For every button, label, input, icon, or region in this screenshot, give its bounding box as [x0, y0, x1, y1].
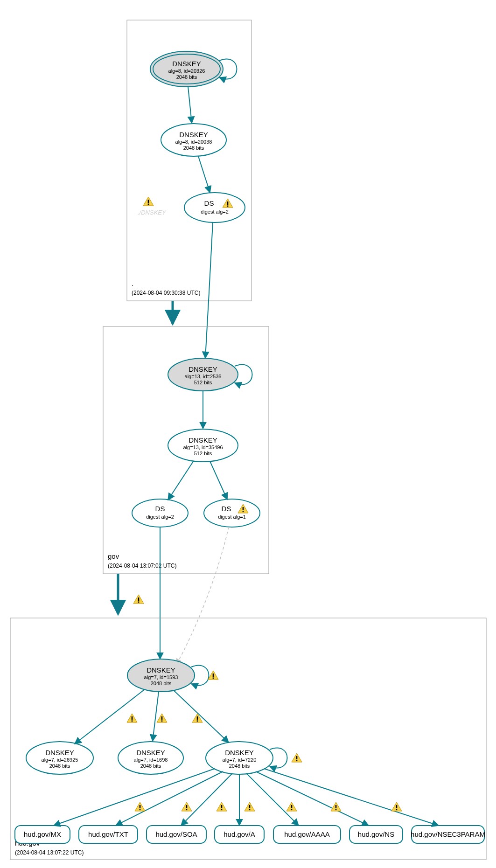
warn-a: [217, 802, 227, 811]
warn-soa: [182, 802, 192, 811]
edge-k3-aaaa: [246, 773, 299, 826]
node-rr-txt: hud.gov/TXT: [79, 826, 138, 843]
node-gov-ksk: DNSKEY alg=13, id=2536 512 bits: [168, 358, 238, 391]
edge-k3-soa: [181, 773, 232, 826]
svg-text:512 bits: 512 bits: [194, 380, 212, 385]
svg-text:DS: DS: [155, 505, 165, 513]
svg-text:DNSKEY: DNSKEY: [45, 749, 74, 757]
svg-text:2048 bits: 2048 bits: [176, 74, 197, 80]
svg-text:hud.gov/A: hud.gov/A: [224, 830, 255, 838]
svg-text:hud.gov/NSEC3PARAM: hud.gov/NSEC3PARAM: [411, 830, 485, 838]
svg-text:alg=7, id=1593: alg=7, id=1593: [144, 674, 178, 680]
svg-text:DNSKEY: DNSKEY: [179, 131, 208, 139]
svg-text:alg=8, id=20326: alg=8, id=20326: [168, 68, 205, 74]
svg-text:2048 bits: 2048 bits: [183, 145, 204, 151]
node-rr-a: hud.gov/A: [215, 826, 264, 843]
svg-text:hud.gov/TXT: hud.gov/TXT: [88, 830, 128, 838]
warn-hud-k3-self: [292, 753, 302, 762]
svg-text:hud.gov/AAAA: hud.gov/AAAA: [284, 830, 330, 838]
svg-text:hud.gov/NS: hud.gov/NS: [358, 830, 394, 838]
zone-label-gov: gov: [108, 552, 119, 560]
svg-text:2048 bits: 2048 bits: [140, 763, 161, 769]
warn-aaaa: [286, 802, 297, 811]
node-root-ksk: DNSKEY alg=8, id=20326 2048 bits: [150, 51, 223, 87]
svg-text:alg=7, id=7220: alg=7, id=7220: [223, 757, 257, 763]
svg-text:2048 bits: 2048 bits: [229, 763, 250, 769]
warn-delegation: [133, 595, 144, 604]
svg-text:digest alg=2: digest alg=2: [146, 514, 174, 520]
edge-root-ksk-to-zsk: [188, 87, 192, 123]
node-rr-soa: hud.gov/SOA: [147, 826, 206, 843]
edge-gov-zsk-to-ds2: [210, 461, 227, 500]
svg-text:DS: DS: [204, 199, 214, 207]
node-rr-mx: hud.gov/MX: [15, 826, 70, 843]
svg-text:DNSKEY: DNSKEY: [189, 365, 217, 373]
node-hud-k1: DNSKEY alg=7, id=26925 2048 bits: [26, 742, 93, 774]
node-gov-ds2: DS digest alg=1: [204, 499, 260, 527]
svg-text:hud.gov/MX: hud.gov/MX: [24, 830, 61, 838]
svg-text:DNSKEY: DNSKEY: [147, 666, 175, 674]
edge-root-ds-to-gov-ksk: [205, 222, 213, 358]
svg-text:alg=8, id=20038: alg=8, id=20038: [175, 139, 212, 145]
svg-point-27: [204, 499, 260, 527]
svg-text:DS: DS: [222, 505, 231, 513]
warn-k3: [192, 714, 203, 722]
svg-text:./DNSKEY: ./DNSKEY: [138, 209, 167, 216]
node-hud-k3: DNSKEY alg=7, id=7220 2048 bits: [206, 742, 273, 774]
dnsviz-graph: . (2024-08-04 09:30:38 UTC) DNSKEY alg=8…: [0, 0, 496, 868]
node-rr-aaaa: hud.gov/AAAA: [273, 826, 341, 843]
zone-time-gov: (2024-08-04 13:07:02 UTC): [108, 562, 176, 569]
edge-gov-zsk-to-ds1: [168, 461, 194, 500]
svg-text:alg=13, id=2536: alg=13, id=2536: [185, 374, 222, 379]
edge-hud-ksk-k2: [153, 692, 159, 741]
svg-point-24: [132, 499, 188, 527]
svg-point-13: [184, 193, 245, 222]
node-hud-k2: DNSKEY alg=7, id=1698 2048 bits: [118, 742, 183, 774]
node-gov-zsk: DNSKEY alg=13, id=35496 512 bits: [168, 429, 238, 462]
svg-text:2048 bits: 2048 bits: [151, 681, 172, 686]
svg-text:digest alg=1: digest alg=1: [218, 514, 246, 520]
edge-hud-ksk-k3: [174, 690, 229, 743]
svg-text:alg=13, id=35496: alg=13, id=35496: [183, 444, 223, 450]
warn-ns: [331, 802, 341, 811]
svg-text:digest alg=2: digest alg=2: [201, 209, 229, 215]
svg-text:DNSKEY: DNSKEY: [189, 436, 217, 444]
warn-nsec3: [391, 802, 402, 811]
zone-time-hud: (2024-08-04 13:07:22 UTC): [15, 849, 84, 856]
svg-text:alg=7, id=26925: alg=7, id=26925: [42, 757, 78, 763]
svg-text:512 bits: 512 bits: [194, 451, 212, 456]
node-root-ghost: ./DNSKEY: [138, 197, 167, 216]
zone-label-root: .: [132, 279, 133, 287]
svg-text:DNSKEY: DNSKEY: [225, 749, 254, 757]
node-root-zsk: DNSKEY alg=8, id=20038 2048 bits: [161, 124, 226, 156]
node-gov-ds1: DS digest alg=2: [132, 499, 188, 527]
node-rr-ns: hud.gov/NS: [349, 826, 403, 843]
edge-gov-ds2-to-hud-ksk: [176, 527, 229, 665]
edge-k3-ns: [256, 771, 369, 826]
warn-a2: [245, 802, 255, 811]
zone-time-root: (2024-08-04 09:30:38 UTC): [132, 290, 200, 296]
svg-text:alg=7, id=1698: alg=7, id=1698: [134, 757, 168, 763]
edge-k3-txt: [116, 771, 223, 826]
node-rr-nsec3: hud.gov/NSEC3PARAM: [411, 826, 485, 843]
svg-text:DNSKEY: DNSKEY: [136, 749, 165, 757]
warn-hud-ksk-self: [208, 671, 218, 680]
node-hud-ksk: DNSKEY alg=7, id=1593 2048 bits: [127, 659, 195, 692]
svg-text:DNSKEY: DNSKEY: [172, 60, 201, 68]
node-root-ds: DS digest alg=2: [184, 193, 245, 222]
warn-k1: [127, 714, 137, 722]
edge-root-zsk-to-ds: [198, 156, 210, 193]
warn-k2: [157, 714, 167, 722]
edge-hud-ksk-k1: [75, 689, 145, 744]
edge-k3-mx: [54, 769, 215, 826]
warn-txt: [135, 802, 145, 811]
svg-text:2048 bits: 2048 bits: [49, 763, 70, 769]
svg-text:hud.gov/SOA: hud.gov/SOA: [155, 830, 197, 838]
